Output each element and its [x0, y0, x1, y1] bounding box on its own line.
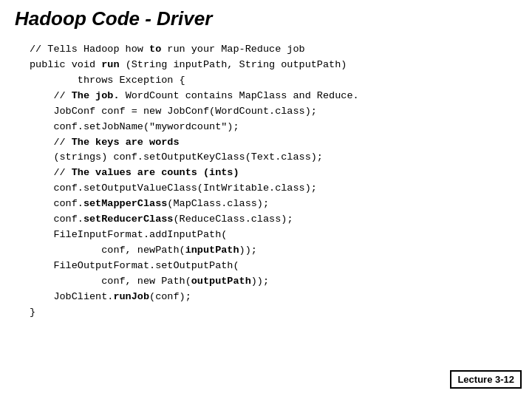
- page-title: Hadoop Code - Driver: [15, 7, 517, 30]
- code-line-12: conf.setReducerClass(ReduceClass.class);: [30, 212, 517, 228]
- code-line-15: FileOutputFormat.setOutputPath(: [30, 259, 517, 274]
- code-line-1: // Tells Hadoop how to run your Map-Redu…: [30, 42, 517, 58]
- page-container: Hadoop Code - Driver // Tells Hadoop how…: [0, 0, 532, 399]
- code-line-16: conf, new Path(outputPath));: [30, 274, 517, 290]
- code-line-3: throws Exception {: [30, 73, 517, 89]
- lecture-badge: Lecture 3-12: [450, 370, 522, 389]
- code-line-18: }: [30, 305, 517, 321]
- code-line-11: conf.setMapperClass(MapClass.class);: [30, 197, 517, 212]
- code-line-9: // The values are counts (ints): [30, 166, 517, 181]
- code-line-2: public void run (String inputPath, Strin…: [30, 58, 517, 73]
- code-block: // Tells Hadoop how to run your Map-Redu…: [15, 42, 517, 321]
- code-line-10: conf.setOutputValueClass(IntWritable.cla…: [30, 181, 517, 197]
- code-line-6: conf.setJobName("mywordcount");: [30, 120, 517, 135]
- code-line-7: // The keys are words: [30, 135, 517, 151]
- code-line-8: (strings) conf.setOutputKeyClass(Text.cl…: [30, 150, 517, 166]
- code-line-13: FileInputFormat.addInputPath(: [30, 228, 517, 243]
- code-line-5: JobConf conf = new JobConf(WordCount.cla…: [30, 104, 517, 120]
- code-line-4: // The job. WordCount contains MapClass …: [30, 89, 517, 104]
- code-line-17: JobClient.runJob(conf);: [30, 290, 517, 305]
- code-line-14: conf, newPath(inputPath));: [30, 243, 517, 259]
